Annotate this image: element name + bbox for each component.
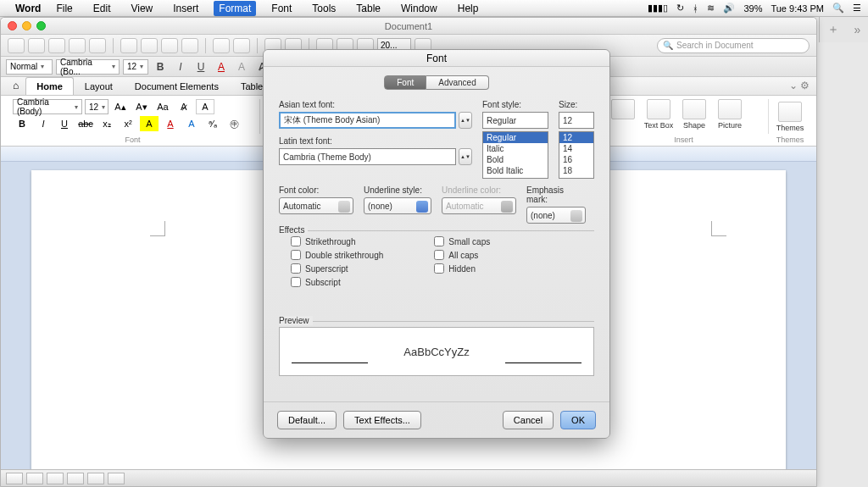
asian-font-stepper[interactable]: ▲▼ — [459, 112, 472, 129]
underline-style-dropdown[interactable]: (none) — [364, 197, 431, 214]
view-focus-icon[interactable] — [87, 473, 104, 484]
menu-table[interactable]: Table — [351, 1, 386, 16]
battery-icon[interactable]: ▮▮▮▯ — [648, 3, 668, 14]
ribbon-collapse-icon[interactable]: ⌄ ⚙ — [782, 76, 816, 95]
view-print-layout-icon[interactable] — [6, 473, 23, 484]
volume-icon[interactable]: 🔊 — [723, 3, 735, 14]
notification-icon[interactable]: ☰ — [853, 3, 861, 14]
font-combo[interactable]: Cambria (Bo... — [56, 59, 120, 75]
list-item[interactable]: Bold — [483, 154, 548, 165]
menu-window[interactable]: Window — [396, 1, 442, 16]
hidden-checkbox[interactable]: Hidden — [434, 263, 490, 274]
ribbon-home-icon[interactable]: ⌂ — [6, 76, 25, 95]
subscript-checkbox[interactable]: Subscript — [291, 277, 383, 287]
font-color-button[interactable]: A — [213, 59, 230, 75]
new-tab-icon[interactable]: ＋ — [827, 22, 839, 37]
print-icon[interactable] — [89, 38, 106, 53]
allcaps-checkbox[interactable]: All caps — [434, 250, 490, 260]
wifi-icon[interactable]: ≋ — [707, 3, 715, 14]
strikethrough-button[interactable]: abc — [76, 116, 95, 131]
list-item[interactable]: 18 — [559, 165, 593, 176]
phonetic-guide-button[interactable]: ᵃ⁄ₐ — [203, 116, 222, 131]
style-combo[interactable]: Normal — [6, 59, 53, 75]
underline-button[interactable]: U — [192, 59, 209, 75]
font-style-input[interactable]: Regular — [482, 112, 548, 129]
bold-button[interactable]: B — [152, 59, 169, 75]
list-item[interactable]: 14 — [559, 143, 593, 154]
font-size-list[interactable]: 12 14 16 18 20 — [559, 131, 594, 179]
latin-font-stepper[interactable]: ▲▼ — [459, 148, 472, 165]
ribbon-size-combo[interactable]: 12 — [85, 99, 108, 114]
font-style-list[interactable]: Regular Italic Bold Bold Italic — [482, 131, 548, 179]
show-all-icon[interactable]: » — [854, 23, 860, 36]
spotlight-icon[interactable]: 🔍 — [832, 3, 844, 14]
save-icon[interactable] — [69, 38, 86, 53]
sync-icon[interactable]: ↻ — [676, 3, 684, 14]
close-button[interactable] — [8, 21, 17, 30]
view-notebook-icon[interactable] — [67, 473, 84, 484]
latin-font-input[interactable]: Cambria (Theme Body) — [279, 148, 456, 165]
tab-layout[interactable]: Layout — [74, 77, 124, 95]
template-icon[interactable] — [28, 38, 45, 53]
font-color-dropdown[interactable]: Automatic — [279, 197, 353, 214]
strikethrough-checkbox[interactable]: Strikethrough — [291, 236, 383, 246]
menu-insert[interactable]: Insert — [168, 1, 203, 16]
minimize-button[interactable] — [22, 21, 31, 30]
text-effects-button[interactable]: A — [182, 116, 201, 131]
size-combo[interactable]: 12 — [123, 59, 148, 75]
superscript-button[interactable]: x² — [119, 116, 137, 131]
clock[interactable]: Tue 9:43 PM — [771, 3, 824, 14]
dialog-tab-font[interactable]: Font — [384, 75, 426, 90]
font-size-input[interactable]: 12 — [559, 112, 594, 129]
menu-font[interactable]: Font — [266, 1, 297, 16]
menu-format[interactable]: Format — [214, 1, 256, 16]
shrink-font-icon[interactable]: A▾ — [132, 99, 151, 114]
ok-button[interactable]: OK — [560, 411, 596, 429]
grow-font-icon[interactable]: A▴ — [111, 99, 130, 114]
menu-tools[interactable]: Tools — [307, 1, 341, 16]
default-button[interactable]: Default... — [277, 411, 337, 429]
menu-file[interactable]: File — [51, 1, 77, 16]
app-name[interactable]: Word — [15, 3, 41, 14]
new-doc-icon[interactable] — [8, 38, 25, 53]
undo-icon[interactable] — [213, 38, 230, 53]
tab-document-elements[interactable]: Document Elements — [124, 77, 230, 95]
redo-icon[interactable] — [233, 38, 250, 53]
dialog-tab-advanced[interactable]: Advanced — [426, 75, 488, 90]
superscript-checkbox[interactable]: Superscript — [291, 263, 383, 274]
picture-button[interactable]: Picture — [713, 99, 747, 130]
italic-button[interactable]: I — [172, 59, 189, 75]
font-color-dropdown[interactable]: A — [161, 116, 180, 131]
ribbon-underline-button[interactable]: U — [55, 116, 74, 131]
asian-font-input[interactable]: 宋体 (Theme Body Asian) — [279, 112, 456, 129]
list-item[interactable]: 20 — [559, 176, 593, 179]
menu-edit[interactable]: Edit — [88, 1, 116, 16]
copy-icon[interactable] — [141, 38, 158, 53]
smallcaps-checkbox[interactable]: Small caps — [434, 236, 490, 246]
paste-icon[interactable] — [161, 38, 178, 53]
list-item[interactable]: 12 — [559, 132, 593, 143]
view-outline-icon[interactable] — [26, 473, 43, 484]
highlight-button[interactable]: A — [233, 59, 250, 75]
text-box-button[interactable]: Text Box — [642, 99, 676, 130]
list-item[interactable]: Bold Italic — [483, 165, 548, 176]
view-draft-icon[interactable] — [108, 473, 125, 484]
ribbon-bold-button[interactable]: B — [13, 116, 31, 131]
menu-view[interactable]: View — [125, 1, 158, 16]
ribbon-italic-button[interactable]: I — [34, 116, 53, 131]
tab-home[interactable]: Home — [25, 77, 74, 95]
zoom-button[interactable] — [36, 21, 46, 30]
list-item[interactable]: Regular — [483, 132, 548, 143]
emphasis-mark-dropdown[interactable]: (none) — [526, 207, 586, 224]
enclose-char-button[interactable]: ㊥ — [225, 116, 243, 131]
clear-format-icon[interactable]: A̷ — [175, 99, 193, 114]
search-input[interactable]: Search in Document — [657, 38, 810, 53]
double-strikethrough-checkbox[interactable]: Double strikethrough — [291, 250, 383, 260]
ribbon-font-combo[interactable]: Cambria (Body) — [13, 99, 82, 114]
open-icon[interactable] — [48, 38, 65, 53]
quick-styles-button[interactable] — [606, 99, 640, 119]
list-item[interactable]: 16 — [559, 154, 593, 165]
themes-button[interactable]: Themes — [776, 99, 804, 134]
styles-pane-icon[interactable]: A — [196, 99, 214, 114]
text-effects-button[interactable]: Text Effects... — [343, 411, 421, 429]
